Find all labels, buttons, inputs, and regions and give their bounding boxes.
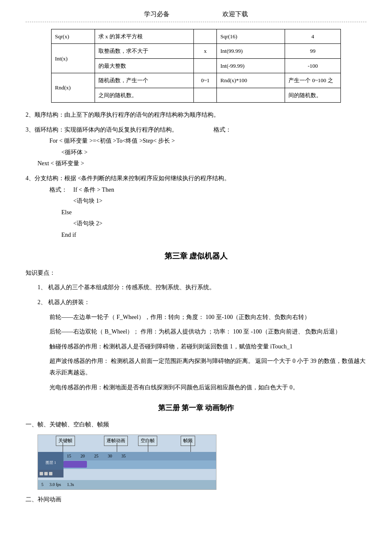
section-2: 2、顺序结构：由上至下的顺序执行程序的语句的程序结构称为顺序结构。 (26, 109, 366, 121)
robot-photo-sensor: 光电传感器的作用：检测地面是否有白线探测到不同颜色后返回相应颜色的值，如白色大于… (26, 382, 366, 394)
header-right: 欢迎下载 (222, 11, 248, 17)
robot-front-wheel: 前轮——左边单一轮子（ F_Wheel），作用：转向；角度： 100 至-100… (26, 312, 366, 323)
timeline-ruler: 15 20 25 30 35 (63, 452, 216, 460)
arrow-framerate (190, 443, 191, 452)
arrow-motion (117, 443, 117, 452)
table-row: 的最大整数 Int(-99.99) -100 (52, 58, 341, 73)
header-left: 学习必备 (144, 11, 170, 17)
robot-rear-wheel: 后轮——右边双轮（ B_Wheel）； 作用：为机器人提供动力 ；功率： 100… (26, 326, 366, 338)
motion-animation-label: 逐帧动画 (104, 436, 128, 446)
icon2 (44, 472, 48, 475)
chapter-3-title: 第三章 虚似机器人 (26, 249, 366, 263)
page-header: 学习必备 欢迎下载 (26, 9, 366, 22)
timeline-bottom: 5 3.0 fps 1.3s (38, 480, 216, 489)
animation-section2-label: 二、补间动画 (26, 494, 366, 506)
arrow-keyframe (63, 443, 63, 452)
table-row: Sqr(x) 求 x 的算术平方根 Sqr(16) 4 (52, 29, 341, 44)
robot-touch-sensor: 触碰传感器的作用：检测机器人是否碰到障碍物，若碰到则返回数值 1，赋值给变量 i… (26, 341, 366, 353)
knowledge-label: 知识要点： (26, 267, 366, 279)
arrow-blank (148, 443, 148, 452)
robot-ultrasonic-sensor: 超声波传感器的作用： 检测机器人前面一定范围距离内探测与障碍物的距离。 返回一个… (26, 356, 366, 378)
robot-item2: 2、 机器人的拼装： (26, 297, 366, 308)
keyframe-label: 关键帧 (56, 436, 75, 446)
table-row: Int(x) 取整函数，求不大于 x Int(99.99) 99 (52, 44, 341, 58)
layer-content (63, 460, 216, 469)
keyframe-block (63, 461, 87, 468)
frame-rate-label: 帧频 (181, 436, 195, 446)
table-row: Rnd(x) 随机函数，产生一个 0~1 Rnd(x)*100 产生一个 0~1… (52, 73, 341, 88)
icon3 (49, 472, 52, 475)
robot-item1: 1、 机器人的三个基本组成部分：传感系统、控制系统、执行系统。 (26, 282, 366, 293)
chapter-animation-title: 第三册 第一章 动画制作 (26, 402, 366, 415)
icon1 (40, 472, 43, 475)
animation-screenshot: 关键帧 逐帧动画 空白帧 帧频 15 20 25 30 35 图层 1 5 3.… (37, 434, 216, 490)
animation-section1-label: 一、帧、关键帧、空白帧、帧频 (26, 419, 366, 431)
table-row: 之间的随机数。 间的随机数。 (52, 88, 341, 102)
section-4: 4、分支结构：根据 <条件判断的结果来控制程序应如何继续执行的程序结构。 格式：… (26, 173, 366, 241)
layer-icons (38, 470, 63, 477)
section-3: 3、循环结构：实现循环体内的语句反复执行程序的结构。 格式： For < 循环变… (26, 124, 366, 170)
function-table: Sqr(x) 求 x 的算术平方根 Sqr(16) 4 Int(x) 取整函数，… (51, 29, 341, 103)
